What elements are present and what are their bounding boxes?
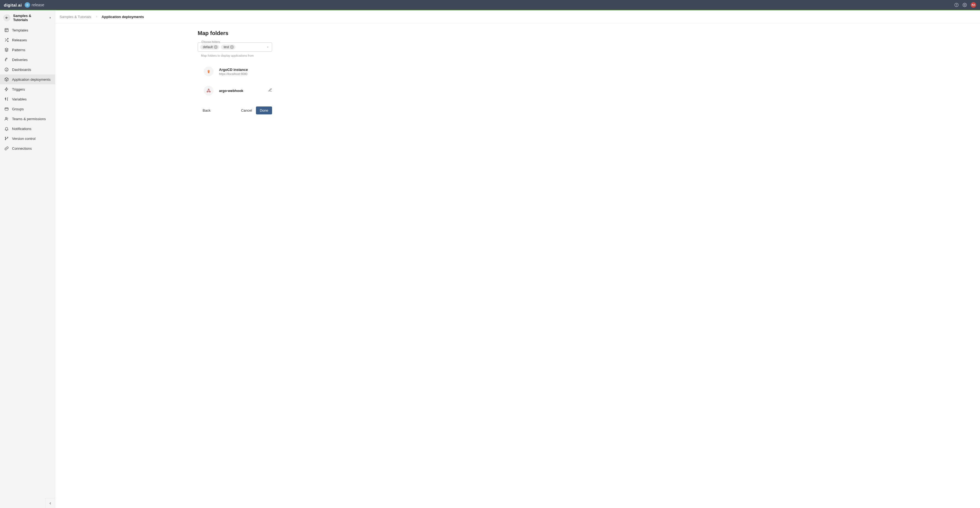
- bolt-icon: [5, 87, 9, 91]
- sidebar-item-variables[interactable]: Variables: [0, 94, 55, 104]
- content: Map folders Choose folders default test: [55, 24, 980, 508]
- rocket-icon: [5, 58, 9, 62]
- svg-point-9: [5, 139, 6, 140]
- webhook-body: argo-webhook: [219, 89, 263, 93]
- template-icon: [5, 28, 9, 32]
- sidebar-item-label: Releases: [12, 38, 27, 42]
- svg-point-2: [956, 6, 956, 6]
- sidebar-item-deliveries[interactable]: Deliveries: [0, 55, 55, 65]
- cancel-button[interactable]: Cancel: [241, 109, 252, 112]
- sidebar-item-app-deployments[interactable]: Application deployments: [0, 75, 55, 84]
- shuffle-icon: [5, 38, 9, 42]
- users-icon: [5, 117, 9, 121]
- chevron-right-icon: [95, 15, 98, 19]
- webhook-name: argo-webhook: [219, 89, 263, 93]
- breadcrumb: Samples & Tutorials Application deployme…: [55, 10, 980, 24]
- sidebar-item-label: Groups: [12, 107, 24, 111]
- argo-webhook-row: argo-webhook: [198, 86, 272, 96]
- folder-icon: [5, 107, 9, 111]
- chip-remove-icon[interactable]: [230, 45, 234, 49]
- sidebar: Samples & Tutorials Templates Releases P…: [0, 10, 55, 508]
- sidebar-item-triggers[interactable]: Triggers: [0, 84, 55, 94]
- header-right: RA: [954, 2, 976, 8]
- svg-point-12: [208, 70, 208, 71]
- sidebar-item-notifications[interactable]: Notifications: [0, 124, 55, 134]
- breadcrumb-current: Application deployments: [102, 15, 144, 19]
- svg-point-8: [5, 137, 6, 138]
- release-icon: [25, 2, 30, 8]
- sidebar-item-label: Triggers: [12, 87, 25, 91]
- sidebar-item-label: Connections: [12, 147, 32, 150]
- svg-point-13: [209, 70, 210, 71]
- folders-select[interactable]: default test: [198, 42, 272, 52]
- link-icon: [5, 146, 9, 150]
- sidebar-item-teams[interactable]: Teams & permissions: [0, 114, 55, 124]
- chip-label: test: [224, 45, 229, 49]
- sidebar-item-groups[interactable]: Groups: [0, 104, 55, 114]
- sidebar-item-label: Application deployments: [12, 77, 51, 81]
- body: Samples & Tutorials Templates Releases P…: [0, 10, 980, 508]
- svg-rect-4: [5, 29, 8, 32]
- sidebar-item-label: Patterns: [12, 48, 25, 52]
- svg-point-0: [27, 5, 28, 5]
- map-folders-panel: Map folders Choose folders default test: [198, 30, 272, 114]
- argocd-instance-row: ArgoCD instance https://localhost:8080: [198, 67, 272, 77]
- top-header: digital.ai release RA: [0, 0, 980, 10]
- sidebar-collapse-button[interactable]: [45, 498, 55, 508]
- sidebar-header: Samples & Tutorials: [0, 10, 55, 25]
- back-button[interactable]: Back: [203, 109, 210, 112]
- sidebar-title: Samples & Tutorials: [13, 14, 46, 22]
- sidebar-item-releases[interactable]: Releases: [0, 35, 55, 45]
- choose-folders-field: Choose folders default test: [198, 42, 272, 52]
- chip-remove-icon[interactable]: [214, 45, 218, 49]
- product-badge: release: [25, 2, 44, 8]
- gear-icon[interactable]: [963, 3, 967, 7]
- chevron-right-icon[interactable]: [49, 15, 52, 20]
- sidebar-item-connections[interactable]: Connections: [0, 144, 55, 153]
- chip-test: test: [221, 45, 235, 50]
- edit-icon[interactable]: [268, 88, 272, 93]
- gauge-icon: [5, 67, 9, 72]
- helper-text: Map folders to display applications from: [201, 54, 272, 57]
- instance-body: ArgoCD instance https://localhost:8080: [219, 68, 272, 75]
- svg-point-3: [964, 5, 965, 5]
- svg-point-7: [5, 117, 7, 119]
- variable-icon: [5, 97, 9, 101]
- chevron-down-icon[interactable]: [266, 45, 269, 50]
- page-title: Map folders: [198, 30, 272, 37]
- cube-icon: [5, 77, 9, 81]
- sidebar-item-label: Teams & permissions: [12, 117, 46, 121]
- svg-point-11: [208, 70, 210, 72]
- sidebar-item-label: Notifications: [12, 127, 32, 131]
- webhook-icon: [204, 86, 213, 96]
- branch-icon: [5, 136, 9, 141]
- sidebar-item-label: Deliveries: [12, 58, 28, 62]
- chip-default: default: [200, 45, 219, 50]
- svg-point-10: [7, 137, 8, 138]
- main: Samples & Tutorials Application deployme…: [55, 10, 980, 508]
- action-bar: Back Cancel Done: [198, 107, 272, 114]
- done-button[interactable]: Done: [256, 107, 272, 114]
- user-avatar[interactable]: RA: [971, 2, 976, 8]
- instance-name: ArgoCD instance: [219, 68, 272, 72]
- product-label: release: [32, 3, 44, 7]
- bell-icon: [5, 126, 9, 131]
- help-icon[interactable]: [954, 3, 959, 7]
- app-root: digital.ai release RA: [0, 0, 980, 508]
- sidebar-item-patterns[interactable]: Patterns: [0, 45, 55, 55]
- sidebar-item-dashboards[interactable]: Dashboards: [0, 65, 55, 75]
- instance-url: https://localhost:8080: [219, 72, 272, 75]
- sidebar-item-label: Variables: [12, 97, 27, 101]
- sidebar-item-version-control[interactable]: Version control: [0, 134, 55, 144]
- back-icon-button[interactable]: [3, 14, 10, 21]
- layers-icon: [5, 48, 9, 52]
- actions-right: Cancel Done: [241, 107, 272, 114]
- argo-instance-icon: [204, 67, 213, 77]
- breadcrumb-parent[interactable]: Samples & Tutorials: [60, 15, 91, 19]
- sidebar-item-templates[interactable]: Templates: [0, 25, 55, 35]
- chip-label: default: [203, 45, 213, 49]
- sidebar-item-label: Dashboards: [12, 68, 31, 72]
- header-left: digital.ai release: [4, 2, 44, 8]
- svg-rect-6: [5, 108, 8, 110]
- sidebar-item-label: Version control: [12, 137, 35, 141]
